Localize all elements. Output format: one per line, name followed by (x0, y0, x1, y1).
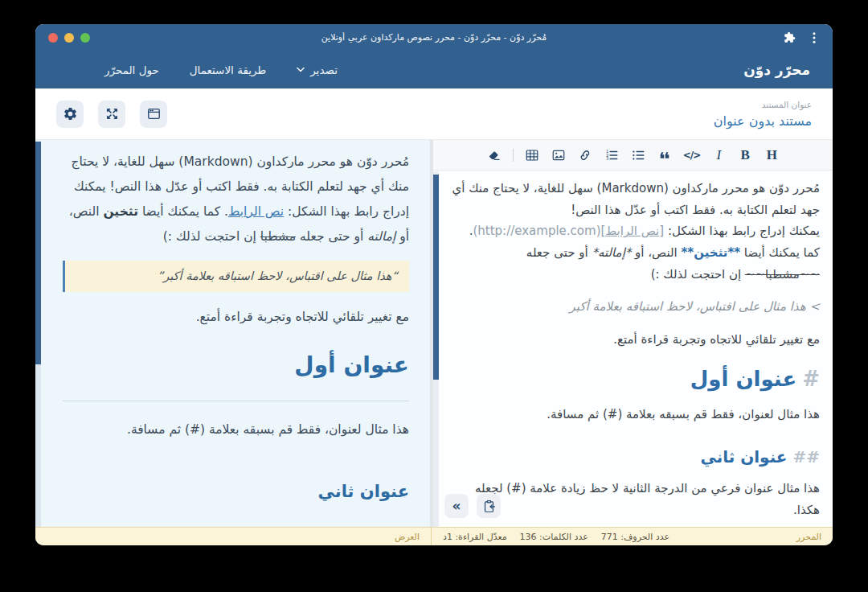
code-button[interactable]: </> (683, 146, 701, 165)
bold-icon: B (741, 147, 750, 163)
preview-paragraph: مع تغيير تلقائي للاتجاه وتجربة قراءة أمت… (63, 305, 409, 330)
preview-paragraph: هذا مثال عنوان فرعي من الدرجة الثانية لا… (63, 521, 409, 527)
extensions-puzzle-icon[interactable] (784, 31, 796, 43)
nav-item-about[interactable]: حول المحرّر (104, 64, 159, 76)
source-paragraph: هذا مثال لعنوان، فقط قم بسبقه بعلامة (#)… (451, 404, 820, 426)
minimize-button[interactable] (64, 33, 74, 43)
unordered-list-icon (631, 148, 645, 162)
nav-item-usage[interactable]: طريقة الاستعمال (190, 64, 266, 76)
link-button[interactable] (577, 146, 593, 165)
unordered-list-button[interactable] (630, 146, 646, 165)
preview-link[interactable]: نص الرابط (228, 204, 284, 219)
document-title[interactable]: مستند بدون عنوان (714, 113, 812, 129)
nav-item-export[interactable]: تصدير (297, 64, 338, 76)
paste-from-clipboard-button[interactable] (477, 494, 501, 518)
app-logo-text[interactable]: محرّر دوّن (743, 62, 810, 78)
quote-icon (657, 148, 672, 162)
reading-time: معدّل القراءة: 1د (443, 532, 507, 542)
table-icon (525, 148, 539, 162)
md-italic-token: *إمالته* (592, 245, 631, 260)
source-paragraph: مع تغيير تلقائي للاتجاه وتجربة قراءة أمت… (451, 329, 820, 351)
preview-scrollbar-thumb[interactable] (35, 142, 41, 364)
document-toolbar: عنوان المستند مستند بدون عنوان (35, 88, 833, 140)
traffic-lights (48, 33, 145, 43)
italic-icon: I (716, 147, 721, 163)
editor-scrollbar[interactable] (433, 171, 439, 527)
gear-icon (63, 106, 78, 121)
rendered-preview: مُحرر دوّن هو محرر ماركداون (Markdown) س… (35, 140, 430, 527)
chevron-down-icon (297, 67, 305, 72)
md-link-url: (http://example.com) (473, 224, 600, 238)
editor-pane: 1 2 3 (433, 140, 833, 527)
source-heading-1: #عنوان أول (451, 360, 820, 397)
preview-heading-1: عنوان أول (63, 343, 409, 401)
titlebar: مُحرّر دوّن - محرّر دوّن - محرر نصوص مار… (35, 24, 833, 51)
browser-menu-kebab-icon[interactable] (809, 31, 820, 44)
word-count: عدد الكلمات: 136 (520, 532, 588, 542)
toolbar-separator (513, 149, 514, 162)
heading-button[interactable]: H (764, 146, 780, 165)
preview-paragraph: هذا مثال لعنوان، فقط قم بسبقه بعلامة (#)… (63, 417, 409, 442)
clipboard-import-icon (482, 500, 496, 513)
main-nav: محرّر دوّن تصدير طريقة الاستعمال حول الم… (35, 51, 833, 88)
source-heading-2: ##عنوان ثاني (451, 443, 820, 472)
md-h2-marker: ## (792, 447, 820, 467)
clear-button[interactable] (486, 146, 502, 165)
preview-blockquote: “هذا مثال على اقتباس، لاحظ استباقه بعلام… (63, 261, 409, 292)
preview-heading-2: عنوان ثاني (63, 475, 409, 508)
app-window: مُحرّر دوّن - محرّر دوّن - محرر نصوص مار… (35, 24, 833, 545)
svg-text:3: 3 (606, 156, 608, 161)
window-title: مُحرّر دوّن - محرّر دوّن - محرر نصوص مار… (145, 32, 723, 43)
preview-pane: مُحرر دوّن هو محرر ماركداون (Markdown) س… (35, 140, 430, 527)
status-view-section: العرض (35, 528, 431, 545)
eraser-icon (487, 148, 502, 162)
preview-scrollbar[interactable] (35, 142, 41, 527)
source-paragraph: يمكنك إدراج رابط بهذا الشكل: [نص الرابط]… (451, 220, 820, 285)
status-view-label: العرض (395, 532, 420, 542)
md-link-text: [نص الرابط] (601, 224, 665, 238)
markdown-source-editor[interactable]: مُحرر دوّن هو محرر ماركداون (Markdown) س… (433, 171, 833, 527)
md-strike-token: مشطبا (765, 267, 800, 282)
layout-button[interactable] (140, 101, 167, 128)
settings-button[interactable] (56, 101, 84, 128)
link-icon (578, 148, 592, 162)
status-editor-section: المحرر عدد الحروف: 771 عدد الكلمات: 136 … (431, 528, 833, 545)
bold-button[interactable]: B (737, 146, 753, 165)
md-h1-marker: # (802, 367, 820, 391)
code-icon: </> (683, 150, 701, 161)
ordered-list-button[interactable]: 1 2 3 (604, 146, 620, 165)
document-title-label: عنوان المستند (714, 100, 812, 109)
double-chevron-left-icon: « (452, 500, 461, 513)
source-paragraph: مُحرر دوّن هو محرر ماركداون (Markdown) س… (451, 178, 820, 220)
image-icon (551, 148, 566, 162)
zoom-button[interactable] (80, 33, 90, 43)
image-button[interactable] (551, 146, 567, 165)
editor-scrollbar-thumb[interactable] (433, 175, 439, 380)
fullscreen-button[interactable] (98, 101, 125, 128)
expand-arrows-icon (104, 106, 120, 121)
source-blockquote: > هذا مثال على اقتباس، لاحظ استباقه بعلا… (451, 296, 820, 318)
source-paragraph: هذا مثال عنوان فرعي من الدرجة الثانية لا… (451, 478, 820, 520)
table-button[interactable] (524, 146, 540, 165)
blockquote-button[interactable] (657, 146, 673, 165)
md-bold-token: **تثخين** (682, 245, 741, 260)
window-layout-icon (146, 106, 162, 121)
preview-paragraph: مُحرر دوّن هو محرر ماركداون (Markdown) س… (63, 150, 409, 249)
close-button[interactable] (48, 33, 58, 43)
editor-toolbar: 1 2 3 (433, 140, 833, 171)
char-count: عدد الحروف: 771 (601, 532, 669, 542)
collapse-editor-button[interactable]: « (444, 494, 469, 518)
italic-button[interactable]: I (710, 146, 727, 165)
ordered-list-icon: 1 2 3 (604, 148, 619, 162)
status-editor-label: المحرر (796, 532, 821, 542)
status-bar: المحرر عدد الحروف: 771 عدد الكلمات: 136 … (35, 527, 833, 545)
heading-icon: H (767, 147, 777, 163)
